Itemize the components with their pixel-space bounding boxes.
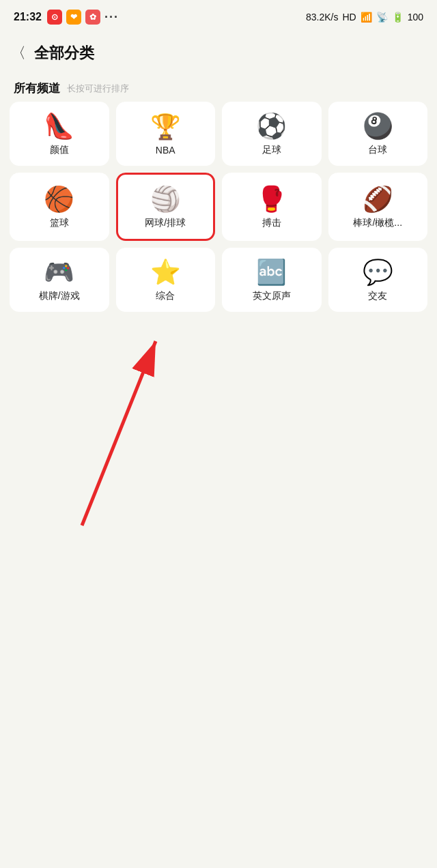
category-item-qiPai[interactable]: 🎮棋牌/游戏 bbox=[10, 248, 109, 312]
page-title: 全部分类 bbox=[34, 43, 94, 63]
category-label-yingWen: 英文原声 bbox=[253, 290, 291, 302]
section-hint: 长按可进行排序 bbox=[67, 83, 129, 95]
category-item-wangQiu[interactable]: 🏐网球/排球 bbox=[116, 173, 216, 241]
category-label-lanQiu: 篮球 bbox=[50, 217, 69, 229]
category-item-lanQiu[interactable]: 🏀篮球 bbox=[10, 173, 109, 241]
app-icon-2: ❤ bbox=[66, 10, 81, 25]
svg-line-1 bbox=[82, 341, 156, 525]
app-icons-group: ⊙ ❤ ✿ ··· bbox=[47, 10, 119, 25]
category-label-nba: NBA bbox=[156, 145, 175, 156]
category-item-zuQiu[interactable]: ⚽足球 bbox=[222, 102, 322, 166]
category-icon-jiaoYou: 💬 bbox=[363, 260, 393, 285]
signal-icon: 📶 bbox=[361, 12, 372, 23]
category-icon-boJi: 🥊 bbox=[256, 187, 287, 212]
status-left: 21:32 ⊙ ❤ ✿ ··· bbox=[14, 10, 119, 25]
network-type: HD bbox=[342, 12, 356, 23]
category-item-bangQiu[interactable]: 🏈棒球/橄榄... bbox=[328, 173, 428, 241]
status-bar: 21:32 ⊙ ❤ ✿ ··· 83.2K/s HD 📶 📡 🔋 100 bbox=[0, 0, 437, 34]
time-display: 21:32 bbox=[14, 11, 42, 23]
battery-icon: 🔋 bbox=[392, 12, 404, 23]
app-icon-3: ✿ bbox=[85, 10, 100, 25]
category-grid: 👠颜值🏆NBA⚽足球🎱台球🏀篮球🏐网球/排球🥊搏击🏈棒球/橄榄...🎮棋牌/游戏… bbox=[0, 102, 437, 312]
category-label-bangQiu: 棒球/橄榄... bbox=[353, 217, 402, 229]
category-label-qiPai: 棋牌/游戏 bbox=[39, 290, 80, 302]
battery-level: 100 bbox=[408, 12, 423, 23]
category-label-wangQiu: 网球/排球 bbox=[145, 217, 186, 229]
category-item-nba[interactable]: 🏆NBA bbox=[116, 102, 216, 166]
category-item-yingWen[interactable]: 🔤英文原声 bbox=[222, 248, 322, 312]
category-label-jiaoYou: 交友 bbox=[368, 290, 387, 302]
network-speed: 83.2K/s bbox=[306, 12, 338, 23]
status-right: 83.2K/s HD 📶 📡 🔋 100 bbox=[306, 12, 423, 23]
category-label-yanZhi: 颜值 bbox=[50, 144, 69, 156]
page-header: 〈 全部分类 bbox=[0, 34, 437, 72]
category-icon-taiQiu: 🎱 bbox=[363, 114, 393, 139]
category-icon-nba: 🏆 bbox=[150, 115, 181, 139]
category-label-boJi: 搏击 bbox=[262, 217, 281, 229]
category-icon-qiPai: 🎮 bbox=[44, 260, 74, 285]
category-item-jiaoYou[interactable]: 💬交友 bbox=[328, 248, 428, 312]
category-icon-yingWen: 🔤 bbox=[256, 260, 287, 285]
more-dots: ··· bbox=[104, 10, 119, 25]
wifi-icon: 📡 bbox=[376, 12, 388, 23]
category-label-zongHe: 综合 bbox=[156, 290, 175, 302]
category-icon-wangQiu: 🏐 bbox=[150, 187, 181, 212]
category-icon-zongHe: ⭐ bbox=[150, 260, 181, 285]
category-icon-bangQiu: 🏈 bbox=[363, 187, 393, 212]
section-title: 所有频道 bbox=[14, 81, 60, 96]
category-item-yanZhi[interactable]: 👠颜值 bbox=[10, 102, 109, 166]
category-item-boJi[interactable]: 🥊搏击 bbox=[222, 173, 322, 241]
category-icon-yanZhi: 👠 bbox=[44, 114, 74, 139]
category-icon-lanQiu: 🏀 bbox=[44, 187, 74, 212]
category-label-zuQiu: 足球 bbox=[262, 144, 281, 156]
category-label-taiQiu: 台球 bbox=[368, 144, 387, 156]
section-header: 所有频道 长按可进行排序 bbox=[0, 72, 437, 102]
category-item-zongHe[interactable]: ⭐综合 bbox=[116, 248, 216, 312]
category-item-taiQiu[interactable]: 🎱台球 bbox=[328, 102, 428, 166]
back-button[interactable]: 〈 bbox=[11, 43, 26, 63]
category-icon-zuQiu: ⚽ bbox=[256, 114, 287, 139]
app-icon-1: ⊙ bbox=[47, 10, 62, 25]
